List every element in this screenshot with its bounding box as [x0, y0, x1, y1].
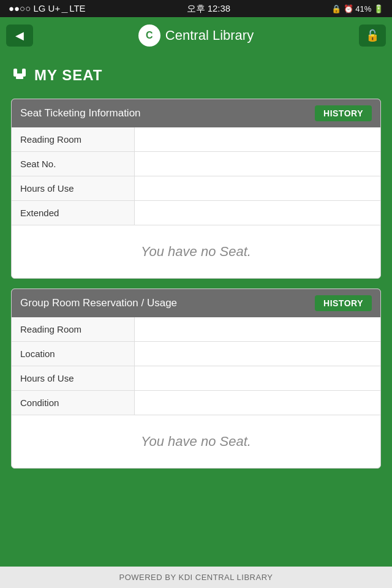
table-row: Location [12, 342, 380, 366]
status-battery: 🔒 ⏰ 41% 🔋 [331, 4, 383, 13]
field-value-hours-of-use-2 [134, 366, 380, 391]
seat-history-button[interactable]: HISTORY [315, 105, 372, 121]
field-label-seat-no: Seat No. [12, 152, 134, 176]
table-row: Extended [12, 201, 380, 225]
field-label-reading-room: Reading Room [12, 127, 134, 152]
field-label-hours-of-use: Hours of Use [12, 176, 134, 201]
nav-logo: C [138, 24, 160, 47]
status-time: 오후 12:38 [187, 3, 231, 15]
page-title-row: MY SEAT [11, 62, 381, 89]
svg-rect-3 [16, 77, 23, 79]
main-content: MY SEAT Seat Ticketing Information HISTO… [0, 54, 392, 567]
field-label-extended: Extended [12, 201, 134, 225]
status-bar: ●●○○ LG U+＿LTE 오후 12:38 🔒 ⏰ 41% 🔋 [0, 0, 392, 17]
group-no-seat-message: You have no Seat. [12, 415, 380, 468]
table-row: Seat No. [12, 152, 380, 176]
table-row: Reading Room [12, 127, 380, 152]
field-value-seat-no [134, 152, 380, 176]
field-label-reading-room-2: Reading Room [12, 317, 134, 342]
field-value-condition [134, 391, 380, 415]
seat-no-seat-message: You have no Seat. [12, 225, 380, 278]
footer: POWERED BY KDI CENTRAL LIBRARY [0, 567, 392, 588]
back-button[interactable]: ◀ [6, 24, 33, 47]
nav-title: Central Library [165, 28, 254, 43]
field-value-extended [134, 201, 380, 225]
seat-card-title: Seat Ticketing Information [20, 107, 141, 119]
field-value-reading-room [134, 127, 380, 152]
footer-text: POWERED BY KDI CENTRAL LIBRARY [119, 573, 273, 582]
group-card-header: Group Room Reservation / Usage HISTORY [12, 289, 380, 317]
group-card-title: Group Room Reservation / Usage [20, 297, 177, 309]
group-room-card: Group Room Reservation / Usage HISTORY R… [11, 288, 381, 469]
svg-rect-2 [13, 74, 26, 77]
seat-card-header: Seat Ticketing Information HISTORY [12, 99, 380, 127]
table-row: Reading Room [12, 317, 380, 342]
table-row: Condition [12, 391, 380, 415]
lock-button[interactable]: 🔓 [359, 24, 386, 47]
seat-info-table: Reading Room Seat No. Hours of Use Exten… [12, 127, 380, 225]
table-row: Hours of Use [12, 366, 380, 391]
seat-ticketing-card: Seat Ticketing Information HISTORY Readi… [11, 99, 381, 279]
field-value-location [134, 342, 380, 366]
page-title: MY SEAT [34, 67, 102, 84]
nav-title-area: C Central Library [138, 24, 254, 47]
field-value-reading-room-2 [134, 317, 380, 342]
field-label-condition: Condition [12, 391, 134, 415]
nav-bar: ◀ C Central Library 🔓 [0, 17, 392, 54]
group-info-table: Reading Room Location Hours of Use Condi… [12, 317, 380, 415]
table-row: Hours of Use [12, 176, 380, 201]
seat-icon [11, 65, 28, 85]
field-label-hours-of-use-2: Hours of Use [12, 366, 134, 391]
field-label-location: Location [12, 342, 134, 366]
group-history-button[interactable]: HISTORY [315, 295, 372, 311]
field-value-hours-of-use [134, 176, 380, 201]
status-signal: ●●○○ LG U+＿LTE [9, 3, 86, 15]
